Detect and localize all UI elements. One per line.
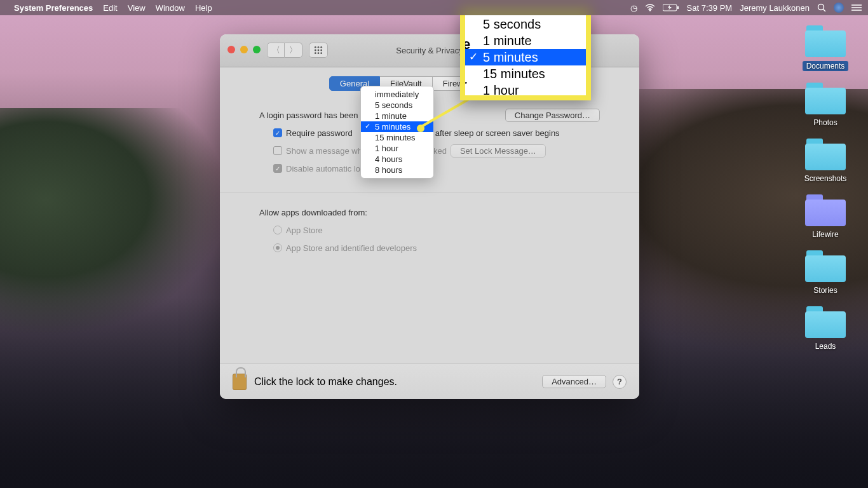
dropdown-option[interactable]: 4 hours <box>361 154 433 165</box>
folder-lifewire[interactable]: Lifewire <box>797 194 854 239</box>
folder-label: Lifewire <box>812 230 838 239</box>
password-delay-dropdown[interactable]: immediately5 seconds1 minute5 minutes15 … <box>360 86 434 179</box>
folder-stories[interactable]: Stories <box>797 250 854 295</box>
app-store-dev-label: App Store and identified developers <box>286 243 417 253</box>
svg-line-3 <box>824 10 826 12</box>
help-button[interactable]: ? <box>613 375 627 389</box>
menubar: System Preferences Edit View Window Help… <box>0 0 868 15</box>
after-sleep-label: after sleep or screen saver begins <box>435 128 560 138</box>
show-message-checkbox[interactable] <box>273 146 282 155</box>
wifi-icon[interactable] <box>645 4 655 11</box>
zoom-option: 1 hour <box>465 82 586 98</box>
disable-auto-login-checkbox: ✓ <box>273 164 282 173</box>
folder-documents[interactable]: Documents <box>797 25 854 71</box>
folder-label: Leads <box>815 342 836 351</box>
window-footer: Click the lock to make changes. Advanced… <box>220 363 639 399</box>
desktop-icons: DocumentsPhotosScreenshotsLifewireStorie… <box>797 25 854 351</box>
folder-leads[interactable]: Leads <box>797 306 854 351</box>
zoom-option: 5 seconds <box>465 16 586 32</box>
allow-apps-label: Allow apps downloaded from: <box>259 208 367 217</box>
advanced-button[interactable]: Advanced… <box>542 375 606 388</box>
require-password-label: Require password <box>286 128 353 138</box>
dropdown-option[interactable]: 8 hours <box>361 165 433 175</box>
time-machine-icon[interactable]: ◷ <box>630 3 637 13</box>
spotlight-icon[interactable] <box>817 3 826 12</box>
change-password-button[interactable]: Change Password… <box>505 109 600 122</box>
dropdown-option[interactable]: 5 seconds <box>361 100 433 111</box>
menu-view[interactable]: View <box>128 3 146 13</box>
require-password-checkbox[interactable]: ✓ <box>273 128 282 137</box>
menu-edit[interactable]: Edit <box>103 3 117 13</box>
app-menu[interactable]: System Preferences <box>14 3 93 13</box>
zoom-inset: e r 5 seconds1 minute5 minutes15 minutes… <box>460 9 591 100</box>
dropdown-option[interactable]: 15 minutes <box>361 132 433 143</box>
menu-window[interactable]: Window <box>156 3 185 13</box>
battery-icon[interactable] <box>663 4 679 11</box>
app-store-dev-radio <box>273 243 282 252</box>
svg-point-2 <box>818 4 824 10</box>
svg-rect-1 <box>677 6 679 9</box>
app-store-label: App Store <box>286 226 323 235</box>
folder-label: Screenshots <box>804 174 847 183</box>
folder-label: Documents <box>803 61 849 71</box>
menu-help[interactable]: Help <box>195 3 212 13</box>
disable-auto-login-label: Disable automatic login <box>286 164 371 173</box>
notification-center-icon[interactable] <box>851 4 862 11</box>
callout-dot <box>417 125 424 132</box>
zoom-option: 5 minutes <box>465 49 586 65</box>
divider <box>220 193 639 193</box>
zoom-option: 1 minute <box>465 32 586 49</box>
user-menu[interactable]: Jeremy Laukkonen <box>740 3 810 13</box>
set-lock-message-button[interactable]: Set Lock Message… <box>451 144 546 158</box>
siri-icon[interactable] <box>834 3 844 13</box>
dropdown-option[interactable]: immediately <box>361 89 433 100</box>
dropdown-option[interactable]: 1 hour <box>361 143 433 154</box>
clock[interactable]: Sat 7:39 PM <box>687 3 733 13</box>
folder-label: Stories <box>813 286 837 295</box>
folder-photos[interactable]: Photos <box>797 83 854 127</box>
dropdown-option[interactable]: 1 minute <box>361 111 433 121</box>
lock-icon[interactable] <box>233 374 247 390</box>
lock-text: Click the lock to make changes. <box>254 376 397 388</box>
zoom-option: 15 minutes <box>465 65 586 82</box>
folder-label: Photos <box>813 118 837 127</box>
folder-screenshots[interactable]: Screenshots <box>797 139 854 183</box>
app-store-radio <box>273 226 282 234</box>
